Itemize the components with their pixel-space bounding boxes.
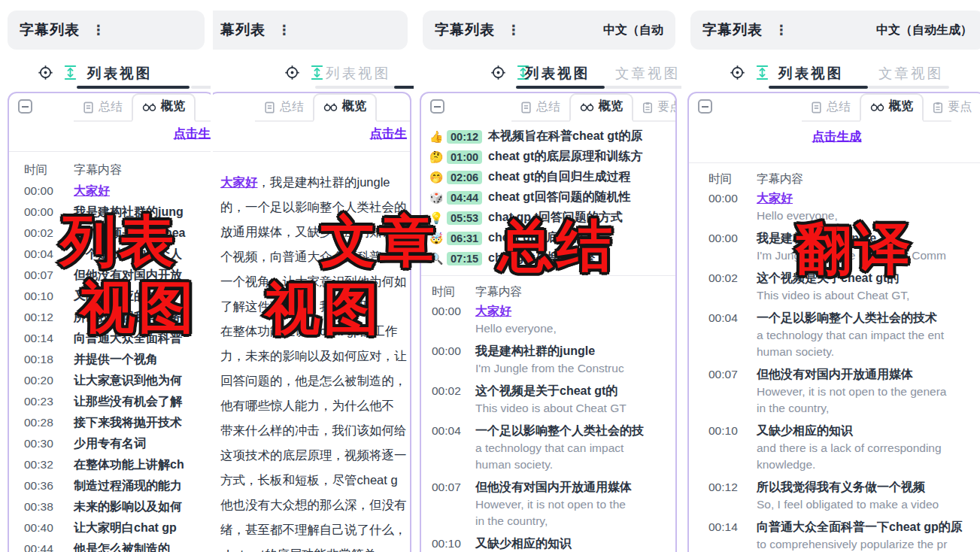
row-zh: 一个足以影响整个人类社会的技 — [475, 421, 644, 440]
tab-article-view[interactable]: 文章视图 — [878, 64, 943, 83]
locate-icon[interactable] — [730, 65, 745, 80]
table-row[interactable]: 00:02这个视频是关于cheat gt的This video is about… — [421, 381, 675, 417]
expand-height-icon[interactable] — [63, 65, 77, 80]
table-row[interactable]: 00:07但他没有对国内开放通用媒体However, it is not ope… — [689, 365, 980, 417]
tab-keypoints[interactable]: 要点 — [924, 96, 980, 120]
row-en: and there is a lack of corresponding — [757, 440, 942, 456]
chapter-row[interactable]: 👍00:12本视频旨在科普cheat gt的原 — [427, 126, 675, 147]
table-row[interactable]: 00:38未来的影响以及如何 — [9, 496, 211, 517]
table-row[interactable]: 00:04一个足以影响整个人类社会的技术a technology that ca… — [689, 308, 980, 360]
generate-summary-link[interactable]: 点击生 — [174, 126, 211, 142]
chapter-time-badge[interactable]: 02:06 — [447, 171, 482, 184]
tab-overview[interactable]: 概览 — [132, 93, 196, 122]
row-en: This video is about Cheat GT, — [757, 287, 909, 304]
table-row[interactable]: 00:36制造过程涌现的能力 — [9, 475, 211, 496]
collapse-icon[interactable] — [430, 99, 444, 114]
table-row[interactable]: 00:32在整体功能上讲解ch — [9, 454, 211, 475]
subtitle-box: 总结 概览 要点 点击生成 时间 字幕内容 00:00大家好 — [687, 92, 980, 552]
tab-list-view[interactable]: 列表视图 — [326, 64, 390, 83]
panel-title: 字幕列表 — [20, 20, 80, 40]
table-row[interactable]: 00:18并提供一个视角 — [9, 349, 211, 370]
row-en: Hello everyone, — [475, 320, 557, 337]
table-row[interactable]: 00:14向普通大众全面科普一下cheat gp的原to comprehensi… — [689, 517, 980, 552]
article-line: 力，未来的影响以及如何应对，让 — [220, 344, 410, 369]
table-row[interactable]: 00:10又缺少相应的知识and there is a lack of corr… — [689, 421, 980, 473]
article-line: 绪，甚至都不理解自己说了什么， — [220, 517, 410, 542]
collapse-icon[interactable] — [18, 99, 32, 114]
row-time: 00:04 — [708, 308, 757, 360]
table-row[interactable]: 00:04一个足以影响整个人类社会的技a technology that can… — [421, 421, 675, 473]
row-time: 00:28 — [24, 416, 74, 429]
menu-icon[interactable]: ⋮ — [507, 23, 520, 37]
tab-overview[interactable]: 概览 — [313, 93, 377, 122]
panel-header: 字幕列表 ⋮ 中文（自动生成） — [690, 11, 980, 50]
row-en: This video is about Cheat GT — [475, 400, 627, 417]
table-row[interactable]: 00:23让那些没有机会了解 — [9, 391, 211, 412]
subtitle-language-label: 中文（自动 — [603, 23, 663, 38]
table-row[interactable]: 00:44他是怎么被制造的 — [9, 538, 211, 552]
tab-overview[interactable]: 概览 — [569, 93, 633, 122]
table-row[interactable]: 00:40让大家明白chat gp — [9, 517, 211, 538]
expand-height-icon[interactable] — [755, 65, 769, 80]
row-content: 我是建构社群的jungleI'm Jungle from the Constru… — [475, 341, 624, 377]
subtitle-link[interactable]: 大家好 — [220, 175, 258, 189]
tab-keypoints[interactable]: 要点 — [633, 96, 677, 120]
subtitle-link[interactable]: 大家好 — [757, 189, 838, 208]
row-time: 00:10 — [708, 421, 757, 473]
list-header-row: 时间 字幕内容 — [9, 159, 211, 180]
table-row[interactable]: 00:30少用专有名词 — [9, 433, 211, 454]
time-column-header: 时间 — [24, 162, 74, 178]
row-time: 00:07 — [708, 365, 757, 417]
table-row[interactable]: 00:20让大家意识到他为何 — [9, 370, 211, 391]
tab-list-view[interactable]: 列表视图 — [778, 64, 843, 83]
tab-overview[interactable]: 概览 — [860, 93, 924, 122]
summary-tab-strip: 总结 概览 — [255, 93, 411, 122]
panel-title: 字幕列表 — [435, 20, 495, 40]
menu-icon[interactable]: ⋮ — [278, 23, 291, 37]
tab-underline-active — [769, 86, 868, 89]
tab-summary[interactable]: 总结 — [802, 96, 860, 120]
table-row[interactable]: 00:07但他没有对国内开放通用媒体However, it is not ope… — [421, 478, 675, 529]
article-line: 他也没有大众想的那么深，但没有 — [220, 493, 410, 517]
row-time: 00:10 — [432, 534, 475, 552]
chapter-row[interactable]: 🤭02:06cheat gt的自回归生成过程 — [427, 167, 675, 187]
row-en: to comprehensively popularize the pr — [757, 536, 963, 552]
expand-height-icon[interactable] — [310, 65, 324, 80]
table-row[interactable]: 00:12所以我觉得我有义务做一个视频So, I feel obligated … — [689, 478, 980, 513]
tab-summary[interactable]: 总结 — [511, 96, 569, 120]
chapter-time-badge[interactable]: 00:12 — [447, 130, 482, 144]
tab-article-view[interactable]: 文章视图 — [615, 64, 680, 83]
locate-icon[interactable] — [490, 65, 506, 80]
locate-icon[interactable] — [284, 65, 300, 80]
row-zh: 并提供一个视角 — [74, 352, 158, 368]
tab-summary[interactable]: 总结 — [255, 96, 313, 120]
chapter-time-badge[interactable]: 05:53 — [447, 211, 482, 225]
row-content: 但他没有对国内开放通用媒体However, it is not open to … — [757, 365, 946, 417]
locate-icon[interactable] — [38, 65, 53, 80]
menu-icon[interactable]: ⋮ — [775, 23, 788, 37]
generate-summary-link[interactable]: 点击生 — [370, 126, 408, 142]
chapter-time-badge[interactable]: 06:31 — [447, 232, 482, 245]
table-row[interactable]: 00:00大家好Hello everyone, — [421, 302, 675, 337]
tab-list-view[interactable]: 列表视图 — [87, 64, 152, 83]
menu-icon[interactable]: ⋮ — [92, 23, 105, 37]
generate-overview-link[interactable]: 点击生成 — [689, 129, 980, 145]
chapter-row[interactable]: 🎲04:44cheat gt回答问题的随机性 — [427, 187, 675, 208]
table-row[interactable]: 00:00我是建构社群的jungleI'm Jungle from the Co… — [421, 341, 675, 377]
collapse-icon[interactable] — [698, 99, 712, 114]
tab-list-view[interactable]: 列表视图 — [525, 64, 590, 83]
subtitle-link[interactable]: 大家好 — [475, 302, 557, 320]
row-content: 这个视频是关于cheat gt的This video is about Chea… — [475, 381, 627, 417]
table-row[interactable]: 00:28接下来我将抛开技术 — [9, 412, 211, 433]
tab-summary[interactable]: 总结 — [74, 96, 132, 120]
row-zh: 接下来我将抛开技术 — [74, 415, 182, 431]
subtitle-link[interactable]: 大家好 — [74, 183, 110, 199]
chapter-emoji-icon: 🎲 — [427, 191, 445, 205]
chapter-row[interactable]: 🤔01:00cheat gt的底层原理和训练方 — [427, 147, 675, 167]
chapter-time-badge[interactable]: 07:15 — [447, 252, 482, 265]
table-row[interactable]: 00:00大家好 — [9, 180, 211, 202]
chapter-time-badge[interactable]: 01:00 — [447, 150, 482, 164]
table-row[interactable]: 00:10又缺少相应的知识 — [421, 534, 675, 552]
chapter-time-badge[interactable]: 04:44 — [447, 191, 482, 205]
row-en: However, it is not open to the genera — [757, 384, 946, 400]
